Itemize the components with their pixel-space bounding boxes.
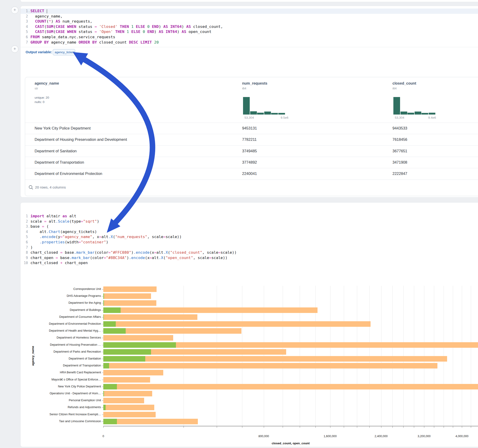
histogram-bar	[271, 113, 278, 115]
column-header-num-requests[interactable]: num_requests i64 53,304 9.5e6	[242, 81, 267, 90]
line-number: 6	[22, 35, 28, 40]
column-histogram	[393, 97, 436, 115]
histogram-bar	[264, 112, 271, 115]
table-row[interactable]: Department of Environmental Protection22…	[25, 168, 478, 180]
code-line-text: FROM sample_data.nyc.service_requests	[31, 35, 115, 40]
code-line-text: chart_closed = base.mark_bar(color="#FFC…	[31, 250, 237, 255]
code-line[interactable]: 9chart_open = base.mark_bar(color="#8BC3…	[20, 255, 478, 261]
histogram-bar	[401, 112, 407, 115]
code-line[interactable]: 3⌄base = (	[20, 224, 478, 229]
plus-icon: +	[13, 46, 16, 51]
column-type: i64	[392, 87, 416, 90]
line-number: 9	[22, 255, 28, 261]
code-line[interactable]: 5 .encode(y="agency_name", x=alt.X("num_…	[20, 234, 478, 240]
code-line-text: chart_closed + chart_open	[31, 260, 88, 266]
histogram-bar	[250, 111, 257, 115]
code-line[interactable]: 7GROUP BY agency_name ORDER BY closed_co…	[20, 40, 478, 45]
python-cell-card: 1import altair as alt2scale = alt.Scale(…	[20, 202, 478, 447]
table-header: agency_name str unique: 20 nulls: 0 num_…	[25, 77, 478, 123]
plus-icon: +	[13, 7, 16, 12]
code-line[interactable]: 2scale = alt.Scale(type="sqrt")	[20, 219, 478, 224]
table-row[interactable]: Department of Sanitation37494853677651	[25, 145, 478, 157]
add-cell-button-middle[interactable]: +	[11, 45, 19, 53]
histogram-bar	[257, 113, 264, 115]
code-line-text: )	[31, 245, 33, 250]
code-line-text: .properties(width="container")	[31, 240, 108, 245]
code-line-text: agency_name,	[31, 14, 63, 19]
code-line-text: CAST(SUM(CASE WHEN status = 'Closed' THE…	[31, 24, 223, 30]
column-type: str	[35, 87, 59, 90]
dataframe-preview: agency_name str unique: 20 nulls: 0 num_…	[25, 77, 478, 196]
code-line-text: SELECT	[31, 8, 47, 14]
output-variable-pill[interactable]: agency_tickets	[53, 49, 75, 55]
code-line[interactable]: 8chart_closed = base.mark_bar(color="#FF…	[20, 250, 478, 255]
column-header-closed-count[interactable]: closed_count i64 53,304 9.4e6	[392, 81, 416, 90]
code-line-text: COUNT(*) AS num_requests,	[31, 19, 92, 24]
code-line-text: CAST(SUM(CASE WHEN status = 'Open' THEN …	[31, 29, 211, 35]
line-number: 1	[22, 214, 28, 219]
line-number: 7	[22, 40, 28, 45]
table-cell: Department of Sanitation	[35, 149, 77, 153]
column-histogram	[243, 97, 285, 115]
line-number: 10	[22, 260, 28, 266]
fold-caret-icon[interactable]: ⌄	[28, 224, 30, 230]
search-icon[interactable]	[28, 185, 33, 190]
histogram-min-label: 53,304	[245, 116, 254, 119]
code-line[interactable]: 3 COUNT(*) AS num_requests,	[20, 19, 478, 24]
code-line[interactable]: 4 CAST(SUM(CASE WHEN status = 'Closed' T…	[20, 24, 478, 30]
histogram-bar	[421, 113, 428, 115]
line-number: 5	[22, 234, 28, 240]
line-number: 4	[22, 24, 28, 30]
column-name: num_requests	[242, 81, 267, 86]
code-line-text: base = (	[31, 224, 49, 229]
previous-card-edge	[20, 0, 478, 2]
sql-code-editor[interactable]: 1⌄SELECT 2 agency_name,3 COUNT(*) AS num…	[20, 8, 478, 45]
add-cell-button-top[interactable]: +	[11, 6, 19, 14]
line-number: 1	[22, 8, 28, 14]
histogram-bar	[243, 97, 250, 115]
line-number: 4	[22, 229, 28, 235]
table-cell: 3774892	[242, 160, 257, 165]
table-row[interactable]: Department of Transportation377489234719…	[25, 157, 478, 168]
code-line[interactable]: 5 CAST(SUM(CASE WHEN status = 'Open' THE…	[20, 29, 478, 35]
python-code-editor[interactable]: 1import altair as alt2scale = alt.Scale(…	[20, 214, 478, 266]
notebook-page: { "colors": { "accent_blue": "#1f5fa8", …	[0, 0, 478, 448]
code-line[interactable]: 4 alt.Chart(agency_tickets)	[20, 229, 478, 235]
code-line-text: .encode(y="agency_name", x=alt.X("num_re…	[31, 234, 182, 240]
table-row[interactable]: New York City Police Department945313194…	[25, 123, 478, 134]
histogram-bar	[415, 112, 421, 115]
code-line[interactable]: 1import altair as alt	[20, 214, 478, 219]
column-type: i64	[242, 87, 267, 90]
table-cell: 3471908	[392, 160, 407, 165]
line-number: 3	[22, 19, 28, 24]
code-line[interactable]: 1⌄SELECT	[20, 8, 478, 14]
line-number: 6	[22, 240, 28, 245]
histogram-max-label: 9.4e6	[428, 116, 436, 119]
column-header-agency-name[interactable]: agency_name str unique: 20 nulls: 0	[35, 81, 59, 104]
column-stat-unique: unique: 20	[35, 96, 59, 99]
code-line-text: scale = alt.Scale(type="sqrt")	[31, 219, 99, 224]
code-line[interactable]: 2 agency_name,	[20, 14, 478, 19]
output-variable-row: Output variable: agency_tickets	[20, 47, 478, 56]
text-cursor	[47, 9, 47, 13]
table-cell: 7618456	[392, 137, 407, 142]
code-line-text: GROUP BY agency_name ORDER BY closed_cou…	[31, 40, 159, 45]
code-line[interactable]: 6 .properties(width="container")	[20, 240, 478, 245]
code-line-text: chart_open = base.mark_bar(color="#8BC34…	[31, 255, 227, 261]
column-stat-nulls: nulls: 0	[35, 100, 59, 104]
table-cell: 9443533	[392, 126, 407, 131]
table-cell: Department of Housing Preservation and D…	[35, 137, 127, 142]
table-row[interactable]: Department of Housing Preservation and D…	[25, 134, 478, 145]
line-number: 2	[22, 14, 28, 19]
code-line[interactable]: 6FROM sample_data.nyc.service_requests	[20, 35, 478, 40]
code-line-text: import altair as alt	[31, 214, 76, 219]
table-cell: 9453131	[242, 126, 257, 131]
histogram-bar	[429, 113, 435, 115]
fold-caret-icon[interactable]: ⌄	[28, 9, 30, 14]
code-line[interactable]: 7)	[20, 245, 478, 250]
line-number: 5	[22, 29, 28, 35]
line-number: 3	[22, 224, 28, 229]
code-line[interactable]: 10chart_closed + chart_open	[20, 260, 478, 266]
sql-cell-card: 1⌄SELECT 2 agency_name,3 COUNT(*) AS num…	[20, 6, 478, 198]
table-row-count: 20 rows, 4 columns	[35, 185, 66, 189]
